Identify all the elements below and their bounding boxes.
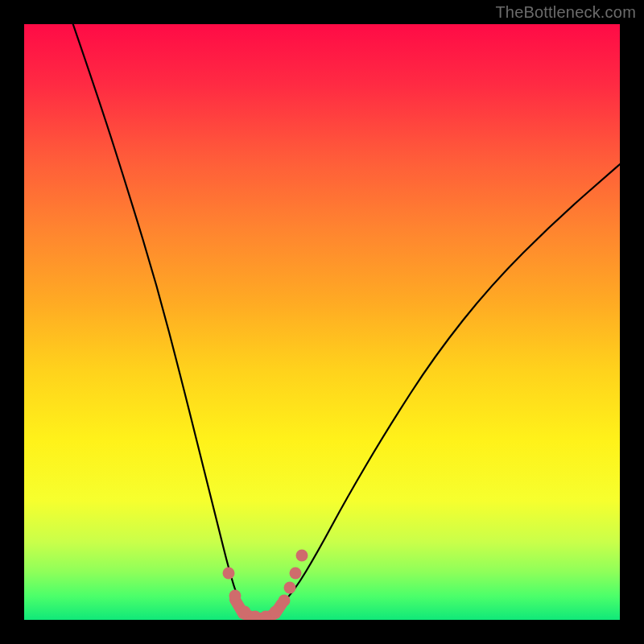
bottleneck-curve	[24, 24, 620, 620]
marker-dot	[290, 568, 302, 580]
watermark-text: TheBottleneck.com	[495, 3, 636, 22]
marker-dot	[279, 595, 291, 607]
marker-dot	[223, 568, 235, 580]
marker-dot	[229, 590, 242, 602]
marker-dot	[270, 606, 282, 618]
marker-dot	[284, 582, 296, 594]
marker-dot	[296, 550, 308, 562]
curve-path	[73, 24, 620, 617]
plot-area	[24, 24, 620, 620]
chart-frame: TheBottleneck.com	[0, 0, 644, 644]
marker-dot	[239, 606, 251, 618]
